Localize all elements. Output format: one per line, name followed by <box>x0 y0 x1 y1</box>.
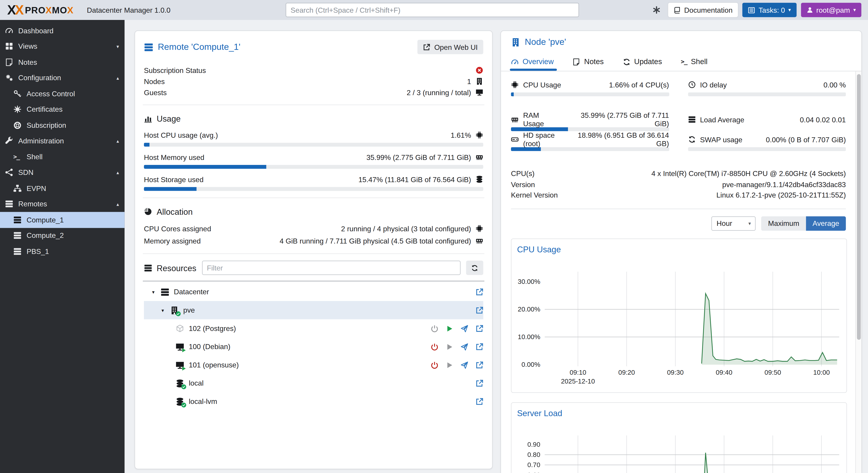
cpu-cores-assigned-row: CPU Cores assigned 2 running / 4 physica… <box>144 222 483 235</box>
sidebar-item-sdn[interactable]: SDN▴ <box>0 165 125 181</box>
sidebar-item-evpn[interactable]: EVPN <box>0 180 125 196</box>
tree-row-storage-local-lvm[interactable]: local-lvm <box>144 392 483 411</box>
tree-row-guest-100[interactable]: 100 (Debian) <box>144 338 483 356</box>
power-icon[interactable] <box>431 361 438 369</box>
database-icon <box>475 175 483 183</box>
sidebar-item-subscription[interactable]: Subscription <box>0 117 125 133</box>
node-panel: Node 'pve' Overview Notes Updates >_ She… <box>500 30 862 473</box>
sidebar-item-certificates[interactable]: Certificates <box>0 101 125 117</box>
terminal-icon: >_ <box>681 58 687 65</box>
building-icon <box>511 37 521 47</box>
stat-cpu-usage: CPU Usage1.66% of 4 CPU(s) <box>511 79 669 111</box>
external-link-icon[interactable] <box>475 306 483 314</box>
cpu-usage-chart-card: CPU Usage 0.00%10.00%20.00%30.00%09:1009… <box>511 238 847 392</box>
refresh-icon <box>471 264 478 272</box>
sidebar-item-views[interactable]: Views▾ <box>0 38 125 54</box>
swap-sync-icon <box>688 135 695 143</box>
sidebar-item-configuration[interactable]: Configuration▴ <box>0 70 125 86</box>
external-link-icon[interactable] <box>475 361 483 369</box>
aggregation-toggle: Maximum Average <box>762 216 846 231</box>
tree-row-storage-local[interactable]: local <box>144 374 483 392</box>
app-title: Datacenter Manager 1.0.0 <box>87 6 170 14</box>
external-link-icon[interactable] <box>475 288 483 296</box>
vm-monitor-icon <box>176 360 184 369</box>
chevron-down-icon: ▾ <box>748 220 751 226</box>
scrollbar-track[interactable] <box>855 71 861 473</box>
caret-down-icon[interactable]: ▾ <box>151 289 156 294</box>
sidebar-item-shell[interactable]: >_Shell <box>0 149 125 165</box>
caret-down-icon: ▾ <box>117 43 119 49</box>
memory-icon <box>511 116 519 123</box>
tab-updates[interactable]: Updates <box>623 58 662 71</box>
paper-plane-icon[interactable] <box>461 361 468 369</box>
sidebar-item-administration[interactable]: Administration▴ <box>0 133 125 149</box>
scrollbar-thumb[interactable] <box>857 74 861 340</box>
time-range-select[interactable]: Hour ▾ <box>712 216 756 231</box>
play-icon[interactable] <box>445 361 453 369</box>
sidebar-item-remotes[interactable]: Remotes▴ <box>0 196 125 212</box>
host-cpu-usage-row: Host CPU usage (avg.)1.61% <box>144 130 483 147</box>
external-link-icon[interactable] <box>475 325 483 332</box>
node-tabs: Overview Notes Updates >_ Shell <box>501 47 861 71</box>
external-link-icon[interactable] <box>475 398 483 405</box>
chevron-down-icon: ▾ <box>853 7 856 12</box>
caret-up-icon: ▴ <box>117 75 119 81</box>
sidebar-item-compute-2[interactable]: Compute_2 <box>0 228 125 244</box>
tree-row-guest-101[interactable]: 101 (opensuse) <box>144 356 483 374</box>
tree-row-datacenter[interactable]: ▾ Datacenter <box>144 283 483 301</box>
tree-row-guest-102[interactable]: 102 (Postgres) <box>144 319 483 338</box>
bar-chart-icon <box>144 114 152 123</box>
refresh-icon <box>623 58 630 65</box>
hd-progressbar <box>511 147 669 151</box>
server-icon <box>144 42 153 52</box>
play-icon[interactable] <box>445 325 453 332</box>
user-menu-button[interactable]: root@pam ▾ <box>801 3 861 17</box>
documentation-button[interactable]: Documentation <box>668 3 738 17</box>
refresh-button[interactable] <box>466 260 484 275</box>
server-icon <box>13 216 22 224</box>
sidebar-item-access-control[interactable]: Access Control <box>0 86 125 102</box>
search-input[interactable] <box>285 3 579 17</box>
sidebar-item-pbs-1[interactable]: PBS_1 <box>0 244 125 259</box>
kernel-info-row: Kernel VersionLinux 6.17.2-1-pve (2025-1… <box>511 190 846 201</box>
cpu-icon <box>475 225 483 232</box>
resources-filter-input[interactable] <box>202 260 461 275</box>
sidebar-item-compute-1[interactable]: Compute_1 <box>0 212 125 228</box>
proxmox-datacenter-manager: XX PROXMOX Datacenter Manager 1.0.0 Docu… <box>0 0 868 473</box>
tree-row-pve[interactable]: ▾ pve <box>144 301 483 319</box>
svg-text:09:10: 09:10 <box>569 368 586 376</box>
caret-down-icon[interactable]: ▾ <box>160 307 165 313</box>
share-nodes-icon <box>5 168 13 177</box>
external-link-icon[interactable] <box>475 379 483 387</box>
key-icon <box>13 90 22 98</box>
tab-shell[interactable]: >_ Shell <box>681 58 708 71</box>
svg-text:09:40: 09:40 <box>716 368 732 376</box>
sidebar-item-dashboard[interactable]: Dashboard <box>0 23 125 38</box>
cpu-usage-chart: 0.00%10.00%20.00%30.00%09:1009:2009:3009… <box>512 254 846 392</box>
tab-notes[interactable]: Notes <box>572 58 603 71</box>
average-button[interactable]: Average <box>806 216 846 231</box>
external-link-icon[interactable] <box>475 343 483 350</box>
play-icon[interactable] <box>445 343 453 350</box>
stat-swap-usage: SWAP usage0.00% (0 B of 7.707 GiB) <box>688 134 846 151</box>
paper-plane-icon[interactable] <box>461 325 468 332</box>
open-web-ui-button[interactable]: Open Web UI <box>418 40 484 54</box>
maximum-button[interactable]: Maximum <box>762 216 806 231</box>
asterisk-icon[interactable] <box>653 6 660 14</box>
tasks-button[interactable]: Tasks: 0 ▾ <box>742 3 796 17</box>
guests-row: Guests 2 / 3 (running / total) <box>144 87 483 98</box>
cpus-info-row: CPU(s)4 x Intel(R) Core(TM) i7-8850H CPU… <box>511 168 846 179</box>
gauge-icon <box>511 58 519 65</box>
gears-icon <box>5 74 13 82</box>
power-icon[interactable] <box>431 325 438 332</box>
sidebar: Dashboard Views▾ Notes Configuration▴ Ac… <box>0 20 125 473</box>
allocation-heading: Allocation <box>144 205 483 218</box>
hdd-icon <box>511 135 519 143</box>
node-panel-title: Node 'pve' <box>511 37 851 47</box>
paper-plane-icon[interactable] <box>461 343 468 350</box>
tab-overview[interactable]: Overview <box>511 58 554 71</box>
sidebar-item-notes[interactable]: Notes <box>0 54 125 70</box>
power-icon[interactable] <box>431 343 438 350</box>
svg-text:09:30: 09:30 <box>667 368 684 376</box>
note-icon <box>5 58 13 66</box>
